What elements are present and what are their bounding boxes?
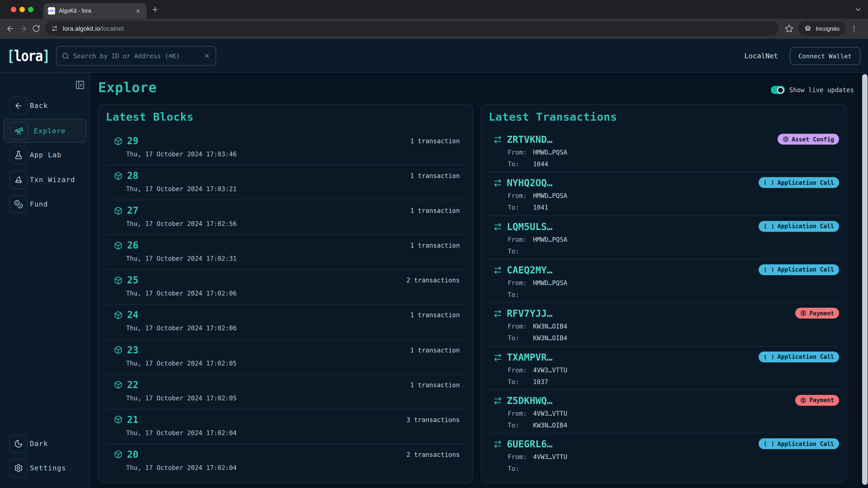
tab-close-icon[interactable] <box>134 7 142 15</box>
block-cube-icon <box>114 416 123 424</box>
block-row[interactable]: 27 1 transaction Thu, 17 October 2024 17… <box>106 200 465 235</box>
block-number-link[interactable]: 29 <box>127 135 138 147</box>
from-value[interactable]: KW3N…OIB4 <box>533 323 567 330</box>
sidebar-item-label: Dark <box>30 435 48 453</box>
address-bar[interactable]: lora.algokit.io/localnet <box>45 21 778 36</box>
block-row[interactable]: 26 1 transaction Thu, 17 October 2024 17… <box>106 235 465 270</box>
block-number-link[interactable]: 24 <box>127 310 138 321</box>
transaction-id-link[interactable]: CAEQ2MY… <box>507 265 553 275</box>
site-info-icon[interactable] <box>51 25 58 32</box>
minimize-window-button[interactable] <box>20 7 25 12</box>
transaction-row[interactable]: TXAMPVR… ( )Application Call From:4VW3…V… <box>489 346 839 390</box>
from-label: From: <box>508 191 533 200</box>
block-txn-count: 1 transaction <box>410 207 460 214</box>
transaction-id-link[interactable]: TXAMPVR… <box>507 352 553 363</box>
txn-type-label: Asset Config <box>792 136 834 142</box>
transaction-row[interactable]: 6UEGRL6… ( )Application Call From:4VW3…V… <box>489 433 839 477</box>
txn-type-label: Application Call <box>778 266 834 273</box>
main-content: Explore Show live updates Latest Blocks … <box>90 73 868 488</box>
transaction-arrows-icon <box>493 135 502 144</box>
from-value[interactable]: HMWD…PQSA <box>533 192 567 199</box>
block-txn-count: 2 transactions <box>406 277 460 284</box>
reload-icon[interactable] <box>32 24 41 33</box>
txn-type-icon: ( ) <box>764 223 775 229</box>
from-value[interactable]: HMWD…PQSA <box>533 236 567 243</box>
bookmark-star-icon[interactable] <box>785 24 794 33</box>
block-row[interactable]: 25 2 transactions Thu, 17 October 2024 1… <box>106 270 465 305</box>
block-number-link[interactable]: 25 <box>127 275 138 286</box>
from-value[interactable]: 4VW3…VTTU <box>533 366 567 373</box>
transaction-row[interactable]: CAEQ2MY… ( )Application Call From:HMWD…P… <box>489 259 839 303</box>
to-value[interactable]: KW3N…OIB4 <box>533 422 567 429</box>
from-value[interactable]: HMWD…PQSA <box>533 279 567 287</box>
close-window-button[interactable] <box>11 7 16 12</box>
browser-menu-icon[interactable] <box>850 24 858 33</box>
block-row[interactable]: 21 3 transactions Thu, 17 October 2024 1… <box>106 410 465 444</box>
txn-type-icon: ( ) <box>764 354 775 360</box>
browser-tab[interactable]: [ak] AlgoKit - lora <box>43 3 147 19</box>
block-number-link[interactable]: 22 <box>127 379 138 390</box>
block-row[interactable]: 22 1 transaction Thu, 17 October 2024 17… <box>106 375 465 409</box>
clear-search-icon[interactable] <box>204 53 210 59</box>
block-row[interactable]: 23 1 transaction Thu, 17 October 2024 17… <box>106 339 465 375</box>
transaction-row[interactable]: Z5DKHWQ… Payment From:4VW3…VTTU To:KW3N…… <box>489 390 839 433</box>
tab-favicon: [ak] <box>48 7 55 14</box>
sidebar-item-explore[interactable]: Explore <box>4 119 87 143</box>
to-value[interactable]: KW3N…OIB4 <box>533 335 567 342</box>
block-txn-count: 1 transaction <box>410 242 460 249</box>
lora-logo[interactable]: [lora] <box>7 47 50 65</box>
block-number-link[interactable]: 27 <box>127 205 138 216</box>
transaction-id-link[interactable]: NYHQ2OQ… <box>507 178 553 189</box>
tab-search-chevron-icon[interactable] <box>854 5 862 13</box>
moon-icon <box>9 435 28 453</box>
from-value[interactable]: 4VW3…VTTU <box>533 453 567 461</box>
block-number-link[interactable]: 21 <box>127 414 138 425</box>
back-nav-icon[interactable] <box>6 24 14 33</box>
block-number-link[interactable]: 23 <box>127 345 138 355</box>
transaction-id-link[interactable]: RFV7YJJ… <box>507 308 553 319</box>
page-scrollbar[interactable] <box>862 74 868 485</box>
from-value[interactable]: 4VW3…VTTU <box>533 410 567 417</box>
txn-type-label: Payment <box>809 397 834 404</box>
to-value[interactable]: 1037 <box>533 378 548 385</box>
block-row[interactable]: 20 2 transactions Thu, 17 October 2024 1… <box>106 444 465 479</box>
transaction-row[interactable]: ZRTVKND… Asset Config From:HMWD…PQSA To:… <box>489 129 839 172</box>
lora-app: [lora] LocalNet Connect Wallet Back <box>0 39 868 488</box>
network-selector[interactable]: LocalNet <box>744 52 778 60</box>
transaction-id-link[interactable]: 6UEGRL6… <box>507 439 553 450</box>
block-txn-count: 1 transaction <box>410 137 460 144</box>
transaction-id-link[interactable]: LQM5ULS… <box>507 221 553 232</box>
block-number-link[interactable]: 20 <box>127 449 138 460</box>
to-value[interactable]: 1044 <box>533 160 548 168</box>
coins-icon <box>9 195 28 213</box>
transaction-arrows-icon <box>493 266 502 275</box>
collapse-sidebar-icon[interactable] <box>75 80 85 90</box>
zoom-window-button[interactable] <box>28 7 33 12</box>
transaction-row[interactable]: RFV7YJJ… Payment From:KW3N…OIB4 To:KW3N…… <box>489 303 839 347</box>
connect-wallet-button[interactable]: Connect Wallet <box>790 47 860 65</box>
transaction-arrows-icon <box>493 353 502 362</box>
block-row[interactable]: 28 1 transaction Thu, 17 October 2024 17… <box>106 165 465 200</box>
transaction-id-link[interactable]: ZRTVKND… <box>507 134 553 145</box>
block-row[interactable]: 24 1 transaction Thu, 17 October 2024 17… <box>106 305 465 339</box>
block-cube-icon <box>114 206 123 215</box>
sidebar: Back Explore App Lab Txn Wizard <box>0 73 90 488</box>
block-row[interactable]: 29 1 transaction Thu, 17 October 2024 17… <box>106 131 465 165</box>
search-input[interactable] <box>73 52 204 59</box>
live-updates-toggle[interactable] <box>771 86 784 94</box>
to-label: To: <box>508 377 533 386</box>
block-number-link[interactable]: 26 <box>127 240 138 251</box>
txn-type-badge: Payment <box>795 395 839 406</box>
transaction-row[interactable]: NYHQ2OQ… ( )Application Call From:HMWD…P… <box>489 172 839 216</box>
url-text: lora.algokit.io/localnet <box>63 25 124 32</box>
transaction-row[interactable]: LQM5ULS… ( )Application Call From:HMWD…P… <box>489 216 839 259</box>
forward-nav-icon[interactable] <box>19 24 28 33</box>
from-label: From: <box>508 365 533 375</box>
new-tab-button[interactable] <box>151 5 159 13</box>
block-number-link[interactable]: 28 <box>127 170 138 181</box>
flask-icon <box>9 146 28 164</box>
search-box[interactable] <box>56 46 216 66</box>
from-value[interactable]: HMWD…PQSA <box>533 149 567 156</box>
to-value[interactable]: 1041 <box>533 204 548 211</box>
transaction-id-link[interactable]: Z5DKHWQ… <box>507 395 553 406</box>
